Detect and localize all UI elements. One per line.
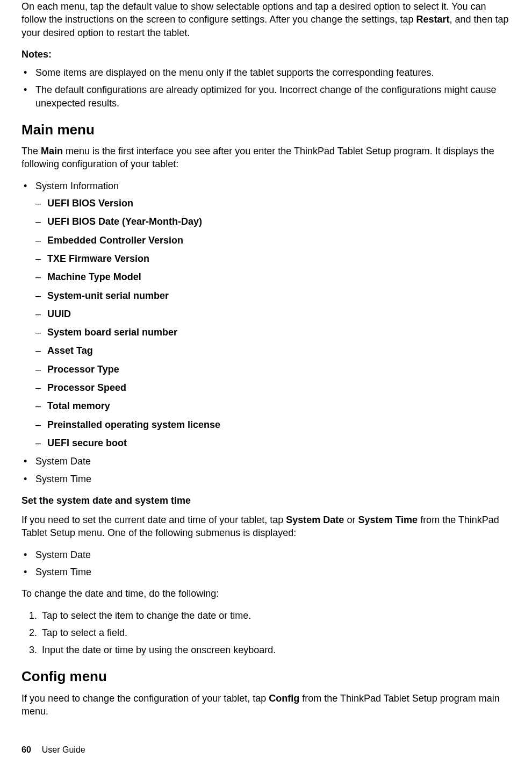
config-menu-heading: Config menu: [21, 667, 511, 686]
step-item: Tap to select a field.: [29, 626, 511, 639]
main-menu-list: System Information UEFI BIOS Version UEF…: [21, 180, 511, 485]
sysinfo-item: System Information UEFI BIOS Version UEF…: [21, 180, 511, 449]
intro-paragraph: On each menu, tap the default value to s…: [21, 0, 511, 39]
sysinfo-subitem: Machine Type Model: [35, 270, 511, 283]
sysinfo-subitem: Embedded Controller Version: [35, 234, 511, 247]
main-menu-text-a: The: [21, 146, 41, 156]
sysinfo-label: System Information: [35, 181, 119, 191]
main-menu-extra: System Date: [21, 455, 511, 468]
set-dt-item: System Date: [21, 548, 511, 561]
sysinfo-subitem: TXE Firmware Version: [35, 252, 511, 265]
set-dt-systime: System Time: [358, 514, 418, 525]
set-dt-text-a: If you need to set the current date and …: [21, 514, 286, 525]
sysinfo-subitem: UEFI BIOS Version: [35, 197, 511, 210]
main-menu-text-c: menu is the first interface you see afte…: [21, 146, 494, 169]
main-menu-extra: System Time: [21, 473, 511, 485]
set-datetime-heading: Set the system date and system time: [21, 494, 511, 507]
config-menu-intro: If you need to change the configuration …: [21, 692, 511, 718]
main-menu-intro: The Main menu is the first interface you…: [21, 145, 511, 171]
sysinfo-subitem: Processor Speed: [35, 381, 511, 394]
sysinfo-subitem: UEFI BIOS Date (Year-Month-Day): [35, 215, 511, 228]
config-word: Config: [269, 693, 299, 704]
sysinfo-sublist: UEFI BIOS Version UEFI BIOS Date (Year-M…: [35, 197, 511, 449]
main-menu-heading: Main menu: [21, 120, 511, 139]
sysinfo-subitem: UEFI secure boot: [35, 437, 511, 449]
step-item: Tap to select the item to change the dat…: [29, 609, 511, 622]
notes-item: Some items are displayed on the menu onl…: [21, 66, 511, 79]
sysinfo-subitem: Asset Tag: [35, 344, 511, 357]
sysinfo-subitem: Preinstalled operating system license: [35, 418, 511, 431]
set-dt-sysdate: System Date: [286, 514, 344, 525]
set-dt-steps: Tap to select the item to change the dat…: [21, 609, 511, 657]
page-number: 60: [21, 745, 31, 754]
sysinfo-subitem: Total memory: [35, 399, 511, 412]
sysinfo-subitem: UUID: [35, 308, 511, 320]
set-dt-item: System Time: [21, 566, 511, 578]
footer-title: User Guide: [42, 745, 85, 754]
step-item: Input the date or time by using the onsc…: [29, 644, 511, 656]
notes-item: The default configurations are already o…: [21, 83, 511, 110]
sysinfo-subitem: System board serial number: [35, 326, 511, 339]
set-dt-list: System Date System Time: [21, 548, 511, 579]
config-text-a: If you need to change the configuration …: [21, 693, 269, 704]
intro-restart-word: Restart: [416, 14, 449, 25]
sysinfo-subitem: System-unit serial number: [35, 289, 511, 302]
notes-heading: Notes:: [21, 48, 511, 61]
sysinfo-subitem: Processor Type: [35, 363, 511, 376]
set-datetime-intro: If you need to set the current date and …: [21, 513, 511, 540]
main-menu-main-word: Main: [41, 146, 63, 156]
page-footer: 60User Guide: [21, 744, 85, 756]
notes-list: Some items are displayed on the menu onl…: [21, 66, 511, 110]
set-dt-text-c: or: [344, 514, 358, 525]
set-dt-change-intro: To change the date and time, do the foll…: [21, 587, 511, 600]
